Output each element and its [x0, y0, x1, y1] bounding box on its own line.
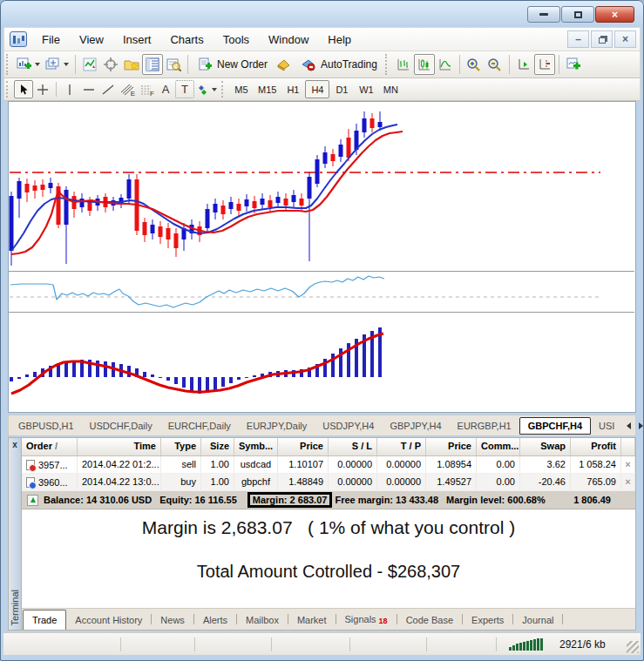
timeframe-w1-button[interactable]: W1: [354, 80, 378, 98]
close-button[interactable]: ×: [595, 6, 634, 23]
tab-trade[interactable]: Trade: [23, 610, 66, 630]
mdi-close-button[interactable]: ×: [614, 30, 636, 48]
new-order-button[interactable]: New Order: [192, 54, 274, 75]
menu-view[interactable]: View: [70, 30, 113, 50]
column-price-current[interactable]: Price: [426, 438, 477, 455]
scroll-left-button[interactable]: [622, 420, 634, 432]
chart-window[interactable]: [8, 101, 636, 413]
triangle-right-icon: [639, 422, 643, 429]
price-chart[interactable]: [9, 102, 635, 412]
market-watch-button[interactable]: [142, 54, 163, 75]
column-size[interactable]: Size: [201, 438, 234, 455]
chart-tab-gbpchf-h4[interactable]: GBPCHF,H4: [519, 417, 591, 435]
zoom-in-button[interactable]: [464, 54, 485, 75]
toolbar-grip[interactable]: [6, 54, 12, 75]
close-order-button[interactable]: ×: [621, 456, 635, 473]
new-order-icon: [198, 57, 213, 71]
mdi-restore-button[interactable]: [591, 30, 613, 48]
new-chart-button[interactable]: [14, 54, 43, 75]
timeframe-h4-button[interactable]: H4: [305, 80, 329, 98]
menu-tools[interactable]: Tools: [214, 30, 259, 50]
order-swap: -20.46: [520, 474, 571, 490]
auto-scroll-button[interactable]: [513, 54, 534, 75]
candlestick-chart-button[interactable]: [414, 54, 435, 75]
scroll-right-button[interactable]: [634, 420, 644, 432]
column-time[interactable]: Time: [78, 438, 161, 455]
menu-insert[interactable]: Insert: [113, 30, 161, 50]
chart-tab-usi[interactable]: USI: [591, 418, 622, 434]
timeframe-d1-button[interactable]: D1: [329, 80, 354, 98]
profiles-button[interactable]: [43, 54, 71, 75]
text-tool-button[interactable]: A: [156, 80, 175, 98]
horizontal-line-icon: [82, 84, 96, 96]
line-chart-button[interactable]: [435, 54, 456, 75]
mdi-minimize-button[interactable]: –: [567, 30, 589, 48]
channel-tool-button[interactable]: E: [118, 80, 137, 98]
resize-grip[interactable]: [627, 641, 639, 653]
column-tp[interactable]: T / P: [377, 438, 426, 455]
tab-news[interactable]: News: [152, 611, 193, 630]
column-profit[interactable]: Profit: [571, 438, 621, 455]
crosshair-button[interactable]: [100, 54, 121, 75]
tab-alerts[interactable]: Alerts: [194, 611, 236, 630]
column-price[interactable]: Price: [278, 438, 329, 455]
column-symbol[interactable]: Symb...: [234, 438, 278, 455]
toolbar-grip[interactable]: [6, 81, 12, 98]
tab-market[interactable]: Market: [288, 611, 336, 630]
mdi-buttons: – ×: [566, 30, 636, 48]
maximize-button[interactable]: [561, 6, 594, 23]
chart-tab-gbpjpy-h4[interactable]: GBPJPY,H4: [382, 418, 449, 434]
vertical-line-tool-button[interactable]: [60, 80, 79, 98]
column-commission[interactable]: Comm...: [477, 438, 520, 455]
trade-row-sell-usdcad[interactable]: 3957... 2014.04.22 01:2... sell 1.00 usd…: [22, 456, 635, 474]
timeframe-mn-button[interactable]: MN: [378, 80, 403, 98]
minimize-button[interactable]: [527, 6, 560, 23]
timeframe-m5-button[interactable]: M5: [229, 80, 254, 98]
zoom-out-button[interactable]: [485, 54, 505, 75]
column-order[interactable]: Order /: [22, 438, 78, 455]
tab-journal[interactable]: Journal: [513, 611, 562, 630]
timeframe-h1-button[interactable]: H1: [281, 80, 305, 98]
tab-mailbox[interactable]: Mailbox: [237, 611, 288, 630]
trade-row-buy-gbpchf[interactable]: 3960... 2014.04.22 13:0... buy 1.00 gbpc…: [22, 474, 635, 491]
column-sl[interactable]: S / L: [329, 438, 377, 455]
text-label-tool-button[interactable]: T: [175, 80, 194, 98]
toolbar-grip[interactable]: [385, 54, 391, 75]
menu-window[interactable]: Window: [259, 30, 318, 50]
tab-experts[interactable]: Experts: [463, 611, 512, 630]
chart-tab-gbpusd-h1[interactable]: GBPUSD,H1: [10, 418, 82, 434]
tab-signals[interactable]: Signals18: [336, 610, 397, 630]
chart-tab-usdjpy-h4[interactable]: USDJPY,H4: [315, 418, 382, 434]
chart-tab-usdchf-daily[interactable]: USDCHF,Daily: [82, 418, 160, 434]
tab-code-base[interactable]: Code Base: [397, 611, 462, 630]
timeframe-m15-button[interactable]: M15: [254, 80, 281, 98]
chart-tab-eurjpy-daily[interactable]: EURJPY,Daily: [239, 418, 315, 434]
terminal-close-button[interactable]: x: [12, 441, 17, 449]
column-swap[interactable]: Swap: [520, 438, 571, 455]
fibonacci-tool-button[interactable]: F: [137, 80, 156, 98]
autotrading-button[interactable]: AutoTrading: [295, 54, 383, 75]
arrows-tool-button[interactable]: [194, 80, 220, 98]
column-type[interactable]: Type: [161, 438, 201, 455]
bar-chart-button[interactable]: [393, 54, 414, 75]
terminal-tab-bar: Trade Account History News Alerts Mailbo…: [22, 608, 635, 630]
data-window-button[interactable]: [163, 54, 184, 75]
menu-file[interactable]: File: [32, 30, 70, 50]
cursor-tool-button[interactable]: [14, 80, 33, 98]
tick-chart-button[interactable]: [79, 54, 100, 75]
chart-tab-eurchf-daily[interactable]: EURCHF,Daily: [160, 418, 239, 434]
title-bar[interactable]: ×: [1, 1, 643, 27]
toolbar-grip[interactable]: [221, 81, 227, 98]
horizontal-line-tool-button[interactable]: [79, 80, 98, 98]
tab-account-history[interactable]: Account History: [66, 611, 151, 630]
favorites-button[interactable]: [121, 54, 142, 75]
chart-shift-button[interactable]: [534, 54, 555, 75]
crosshair-tool-button[interactable]: [33, 80, 52, 98]
menu-help[interactable]: Help: [318, 30, 361, 50]
menu-charts[interactable]: Charts: [160, 30, 213, 50]
indicators-button[interactable]: [563, 54, 584, 75]
close-order-button[interactable]: ×: [621, 474, 635, 490]
chart-tab-eurgbp-h1[interactable]: EURGBP,H1: [450, 418, 519, 434]
trendline-tool-button[interactable]: [98, 80, 118, 98]
expert-advisors-button[interactable]: [274, 54, 295, 75]
